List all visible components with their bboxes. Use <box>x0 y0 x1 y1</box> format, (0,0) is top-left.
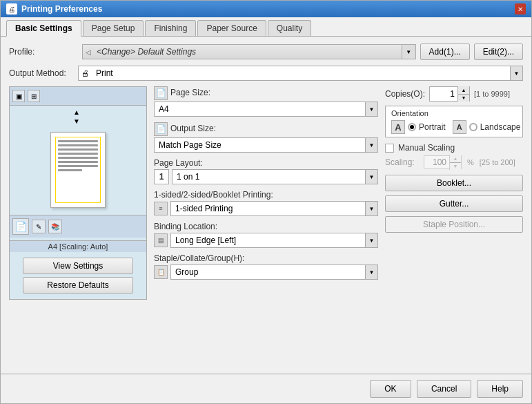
tab-page-setup[interactable]: Page Setup <box>83 20 144 36</box>
output-method-row: Output Method: 🖨 Print ▼ <box>9 66 523 81</box>
page-size-row: 📄 Page Size: <box>154 86 378 100</box>
main-content: Profile: ◁ <Change> Default Settings ▼ A… <box>1 37 531 374</box>
staple-arrow[interactable]: ▼ <box>365 265 377 279</box>
preview-tool-2[interactable]: ⊞ <box>28 90 40 102</box>
output-size-icon: 📄 <box>154 122 168 136</box>
staple-group: Staple/Collate/Group(H): 📋 Group ▼ <box>154 253 378 280</box>
copies-label: Copies(O): <box>385 89 425 99</box>
restore-defaults-button[interactable]: Restore Defaults <box>23 277 133 294</box>
footer: OK Cancel Help <box>1 374 531 403</box>
page-icon-3: 📚 <box>48 220 62 233</box>
edit-profile-button[interactable]: Edit(2)... <box>474 44 523 60</box>
binding-arrow[interactable]: ▼ <box>365 233 377 247</box>
preview-status: A4 [Scaling: Auto] <box>10 240 146 252</box>
orientation-title: Orientation <box>391 109 517 117</box>
output-size-group: 📄 Output Size: Match Page Size ▼ <box>154 122 378 153</box>
sided-printing-combo[interactable]: 1-sided Printing ▼ <box>170 201 378 216</box>
preview-down-arrow[interactable]: ▼ <box>73 117 80 125</box>
right-settings: Copies(O): 1 ▲ ▼ [1 to 9999] <box>385 86 523 237</box>
copies-spinbox[interactable]: 1 ▲ ▼ <box>429 86 470 102</box>
page-icon-1: 📄 <box>12 218 29 235</box>
preview-bottom-icons: 📄 ✎ 📚 <box>10 215 146 238</box>
title-bar: 🖨 Printing Preferences ✕ <box>1 1 531 17</box>
text-line-1 <box>58 140 98 142</box>
output-size-label: Output Size: <box>170 124 216 133</box>
landscape-radio[interactable] <box>469 123 477 131</box>
page-size-label: Page Size: <box>170 88 210 97</box>
view-settings-button[interactable]: View Settings <box>23 258 133 274</box>
copies-down-button[interactable]: ▼ <box>458 95 469 102</box>
cancel-button[interactable]: Cancel <box>417 380 471 398</box>
staple-position-button[interactable]: Staple Position... <box>385 216 523 233</box>
title-bar-left: 🖨 Printing Preferences <box>6 3 102 15</box>
manual-scaling-checkbox[interactable] <box>385 144 394 153</box>
close-button[interactable]: ✕ <box>515 3 526 15</box>
scaling-unit: % <box>466 158 475 166</box>
tab-paper-source[interactable]: Paper Source <box>197 20 266 36</box>
landscape-icon: A <box>453 120 466 134</box>
profile-label: Profile: <box>9 47 78 57</box>
output-size-arrow[interactable]: ▼ <box>365 138 377 152</box>
output-method-combo[interactable]: 🖨 Print ▼ <box>78 66 523 81</box>
portrait-option[interactable]: A Portrait <box>391 120 446 134</box>
text-line-4 <box>58 153 98 155</box>
profile-combo[interactable]: ◁ <Change> Default Settings ▼ <box>82 44 416 59</box>
manual-scaling-group: Manual Scaling Scaling: 100 ▲ ▼ <box>385 143 523 169</box>
preview-nav: ▲ ▼ <box>73 108 80 125</box>
staple-label: Staple/Collate/Group(H): <box>154 253 378 263</box>
page-size-value: A4 <box>155 103 365 115</box>
binding-value: Long Edge [Left] <box>171 234 365 247</box>
sided-printing-label: 1-sided/2-sided/Booklet Printing: <box>154 190 378 200</box>
page-layout-value: 1 on 1 <box>173 171 365 183</box>
staple-combo[interactable]: Group ▼ <box>170 264 378 280</box>
preview-tool-1[interactable]: ▣ <box>12 90 25 102</box>
binding-combo[interactable]: Long Edge [Left] ▼ <box>170 233 378 248</box>
manual-scaling-checkbox-row: Manual Scaling <box>385 143 523 153</box>
staple-icon: 📋 <box>154 265 168 279</box>
main-area: ▣ ⊞ ▲ ▼ <box>9 86 523 300</box>
paper-margin-box <box>55 137 101 203</box>
page-icon-2: ✎ <box>32 220 46 233</box>
landscape-option[interactable]: A Landscape <box>453 120 521 134</box>
window-title: Printing Preferences <box>21 4 102 14</box>
page-layout-combo[interactable]: 1 on 1 ▼ <box>172 169 378 184</box>
page-size-group: 📄 Page Size: A4 ▼ <box>154 86 378 117</box>
binding-combo-row: ▤ Long Edge [Left] ▼ <box>154 233 378 248</box>
output-method-icon: 🖨 <box>79 69 92 77</box>
tab-finishing[interactable]: Finishing <box>145 20 196 36</box>
binding-location-group: Binding Location: ▤ Long Edge [Left] ▼ <box>154 222 378 248</box>
copies-up-button[interactable]: ▲ <box>458 86 469 95</box>
profile-dropdown-arrow[interactable]: ▼ <box>402 45 415 59</box>
ok-button[interactable]: OK <box>370 380 411 398</box>
sided-printing-arrow[interactable]: ▼ <box>365 202 377 215</box>
page-layout-combo-row: 1 1 on 1 ▼ <box>154 169 378 184</box>
portrait-radio[interactable] <box>408 123 416 131</box>
printing-preferences-window: 🖨 Printing Preferences ✕ Basic Settings … <box>0 0 532 404</box>
sided-printing-icon: ≡ <box>154 202 168 215</box>
profile-row: Profile: ◁ <Change> Default Settings ▼ A… <box>9 44 523 60</box>
page-size-arrow[interactable]: ▼ <box>365 102 377 116</box>
preview-up-arrow[interactable]: ▲ <box>73 108 80 116</box>
gutter-button[interactable]: Gutter... <box>385 195 523 212</box>
output-size-combo[interactable]: Match Page Size ▼ <box>154 137 378 153</box>
add-profile-button[interactable]: Add(1)... <box>420 44 470 60</box>
preview-buttons: View Settings Restore Defaults <box>10 252 146 299</box>
landscape-label: Landscape <box>480 122 521 132</box>
page-layout-arrow[interactable]: ▼ <box>365 170 377 184</box>
scaling-range: [25 to 200] <box>480 158 515 166</box>
settings-top-row: 📄 Page Size: A4 ▼ 📄 <box>154 86 523 285</box>
output-method-arrow[interactable]: ▼ <box>510 66 522 80</box>
tab-quality[interactable]: Quality <box>268 20 311 36</box>
settings-panel: 📄 Page Size: A4 ▼ 📄 <box>154 86 523 300</box>
help-button[interactable]: Help <box>477 380 523 398</box>
page-size-combo[interactable]: A4 ▼ <box>154 102 378 117</box>
sided-printing-value: 1-sided Printing <box>171 202 365 215</box>
text-line-6 <box>58 161 98 163</box>
tab-basic-settings[interactable]: Basic Settings <box>6 20 81 37</box>
profile-combo-icon: ◁ <box>83 48 94 56</box>
paper-preview <box>50 132 106 208</box>
text-line-5 <box>58 157 98 159</box>
booklet-button[interactable]: Booklet... <box>385 175 523 191</box>
staple-combo-row: 📋 Group ▼ <box>154 264 378 280</box>
output-method-value: Print <box>92 67 510 79</box>
